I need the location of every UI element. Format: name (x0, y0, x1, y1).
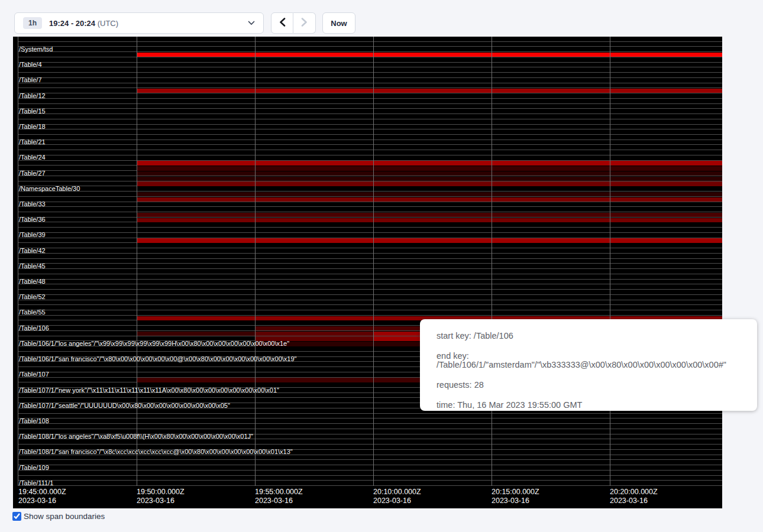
span-key-label: /Table/107 (19, 371, 49, 378)
span-key-label: /Table/33 (19, 201, 46, 207)
key-visualizer-page: 1h 19:24 - 20:24 (UTC) Now /System/tsd/T… (0, 0, 763, 532)
span-row (18, 104, 722, 109)
span-row (18, 476, 722, 481)
span-row (18, 228, 722, 233)
span-row (18, 186, 722, 192)
span-key-label: /Table/109 (19, 465, 49, 471)
span-key-label: /Table/107/1/"new york"/"\x11\x11\x11\x1… (19, 387, 279, 394)
show-span-boundaries-checkbox[interactable] (12, 512, 21, 521)
span-key-label: /Table/48 (19, 278, 46, 285)
x-axis-label: 19:50:00.000Z2023-03-16 (137, 488, 185, 505)
span-row (18, 114, 722, 119)
span-row (18, 207, 722, 212)
span-row (18, 78, 722, 83)
time-nav-group (271, 12, 316, 34)
prev-time-button[interactable] (271, 12, 293, 34)
show-span-boundaries-label[interactable]: Show span boundaries (12, 512, 105, 521)
span-row (18, 83, 722, 89)
key-visualizer-heatmap[interactable]: /System/tsd/Table/4/Table/7/Table/12/Tab… (13, 37, 722, 508)
span-row (18, 259, 722, 264)
heatmap-band (137, 181, 722, 186)
span-key-label: /Table/111/1 (19, 480, 53, 486)
time-gridline (610, 37, 610, 486)
span-key-label: /Table/55 (19, 309, 46, 316)
span-row (18, 419, 722, 424)
span-key-label: /Table/12 (19, 93, 46, 99)
span-key-label: /Table/27 (19, 170, 46, 177)
span-row (18, 119, 722, 125)
span-row (18, 63, 722, 68)
span-row (18, 300, 722, 306)
span-row (18, 145, 722, 150)
heatmap-band (137, 177, 722, 181)
heatmap-band (137, 218, 722, 222)
span-key-label: /Table/42 (19, 248, 46, 254)
span-row (18, 248, 722, 254)
heatmap-band (137, 192, 722, 196)
span-row (18, 233, 722, 238)
span-row (18, 269, 722, 274)
time-gridline (373, 37, 374, 486)
span-tooltip: start key: /Table/106 end key: /Table/10… (420, 319, 757, 411)
x-axis-label: 20:15:00.000Z2023-03-16 (492, 488, 539, 505)
span-row (18, 150, 722, 155)
span-row (18, 310, 722, 316)
span-row (18, 439, 722, 445)
span-row (18, 471, 722, 476)
tooltip-time: time: Thu, 16 Mar 2023 19:55:00 GMT (437, 401, 757, 410)
heatmap-band (137, 53, 722, 57)
heatmap-band (137, 238, 722, 242)
span-row (18, 125, 722, 130)
span-row (18, 109, 722, 114)
span-row (18, 47, 722, 52)
span-row (18, 140, 722, 145)
span-row (18, 460, 722, 465)
span-key-label: /System/tsd (19, 46, 53, 53)
heatmap-band (137, 171, 722, 176)
span-key-label: /Table/24 (19, 154, 46, 161)
x-axis-label: 19:45:00.000Z2023-03-16 (18, 488, 66, 505)
span-key-label: /Table/45 (19, 263, 46, 270)
span-key-label: /Table/15 (19, 108, 46, 115)
span-row (18, 67, 722, 73)
span-row (18, 37, 722, 42)
heatmap-chart[interactable]: /System/tsd/Table/4/Table/7/Table/12/Tab… (18, 37, 722, 486)
chevron-left-icon (279, 18, 286, 28)
span-key-label: /Table/7 (19, 77, 42, 83)
span-key-label: /Table/4 (19, 61, 42, 68)
span-key-label: /Table/36 (19, 216, 46, 223)
time-range-duration-badge: 1h (23, 17, 42, 29)
span-row (18, 254, 722, 259)
span-key-label: /Table/108/1/"los angeles"/"\xa8\xf5\u00… (19, 433, 253, 440)
time-range-selector[interactable]: 1h 19:24 - 20:24 (UTC) (14, 12, 264, 34)
span-key-label: /NamespaceTable/30 (19, 186, 80, 192)
heatmap-band (137, 213, 722, 217)
heatmap-band (137, 332, 255, 336)
span-row (18, 57, 722, 63)
x-axis-label: 20:20:00.000Z2023-03-16 (610, 488, 658, 505)
span-row (18, 93, 722, 99)
span-row (18, 243, 722, 248)
time-range-text: 19:24 - 20:24 (UTC) (49, 19, 118, 28)
time-gridline (137, 37, 137, 486)
span-key-label: /Table/52 (19, 294, 46, 300)
next-time-button[interactable] (293, 12, 316, 34)
tooltip-end-key: end key: /Table/106/1/"amsterdam"/"\xb33… (437, 352, 757, 369)
span-row (18, 465, 722, 471)
heatmap-band (137, 197, 722, 202)
x-axis-label: 19:55:00.000Z2023-03-16 (255, 488, 303, 505)
time-gridline (255, 37, 256, 486)
time-range-zone: (UTC) (98, 19, 118, 28)
span-row (18, 42, 722, 47)
span-row (18, 202, 722, 207)
span-key-label: /Table/108 (19, 418, 49, 424)
span-row (18, 290, 722, 295)
now-button[interactable]: Now (322, 12, 355, 34)
span-key-label: /Table/39 (19, 232, 46, 238)
chevron-down-icon (248, 21, 255, 25)
span-key-label: /Table/21 (19, 139, 46, 145)
span-row (18, 481, 722, 486)
span-row (18, 274, 722, 280)
span-row (18, 155, 722, 161)
span-key-label: /Table/106/1/"los angeles"/"\x99\x99\x99… (19, 340, 289, 347)
